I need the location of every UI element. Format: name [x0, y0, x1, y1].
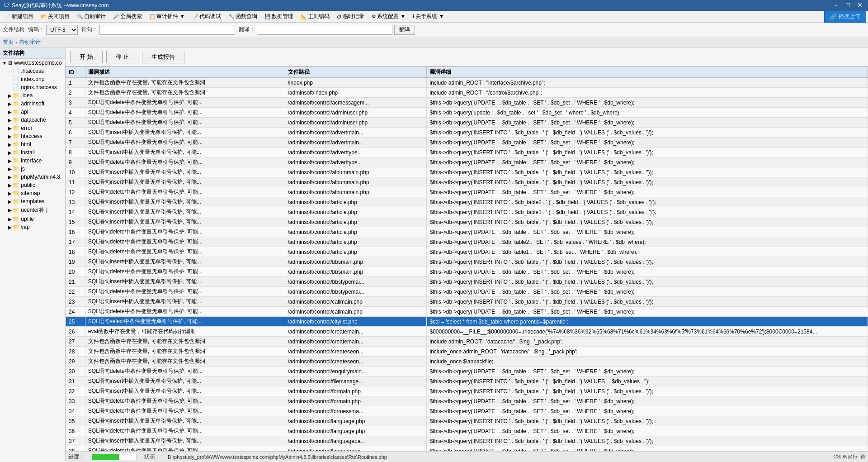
tree-expander-9: ▶ — [7, 134, 13, 139]
upload-button[interactable]: 🔗 摇摆上传 — [824, 11, 866, 23]
table-row[interactable]: 13 SQL语句insert中插入变量无单引号保护, 可能... /admins… — [66, 197, 868, 207]
stop-button[interactable]: 停 止 — [106, 51, 139, 63]
translate-button[interactable]: 翻译 — [394, 25, 415, 35]
table-row[interactable]: 2 文件包含函数中存在变量, 可能存在文件包含漏洞 /adminsoft/ind… — [66, 88, 868, 98]
menu-system-config[interactable]: ⚙ 系统配置 ▼ — [369, 12, 408, 21]
tree-expander-18: ▶ — [7, 208, 13, 213]
tree-item-2[interactable]: 📄 index.php — [0, 75, 65, 83]
table-row[interactable]: 4 SQL语句delete中条件变量无单引号保护, 可能... /adminso… — [66, 108, 868, 118]
report-button[interactable]: 生成报告 — [142, 51, 184, 63]
table-row[interactable]: 12 SQL语句delete中条件变量无单引号保护, 可能... /admins… — [66, 187, 868, 197]
menu-regex[interactable]: 📐 正则编码 — [298, 12, 332, 21]
table-row[interactable]: 5 SQL语句delete中条件变量无单引号保护, 可能... /adminso… — [66, 118, 868, 128]
table-row[interactable]: 11 SQL语句insert中插入变量无单引号保护, 可能... /admins… — [66, 177, 868, 187]
table-row[interactable]: 25 SQL语句select中条件变量无单引号保护, 可能... /admins… — [66, 317, 868, 327]
table-row[interactable]: 29 文件包含函数中存在变量, 可能存在文件包含漏洞 /adminsoft/co… — [66, 357, 868, 367]
tree-icon-11: 📁 — [13, 149, 19, 156]
tree-item-6[interactable]: ▶📁 api — [0, 108, 65, 116]
menu-function-query[interactable]: 🔧 函数查询 — [226, 12, 260, 21]
tree-item-14[interactable]: ▶📁 phpMyAdmin4.8. — [0, 173, 65, 181]
table-row[interactable]: 3 SQL语句delete中条件变量无单引号保护, 可能... /adminso… — [66, 98, 868, 108]
minimize-button[interactable]: － — [831, 1, 841, 10]
menu-data-manage[interactable]: 💾 数据管理 — [262, 12, 296, 21]
keyword-input[interactable] — [99, 25, 235, 35]
table-row[interactable]: 15 SQL语句insert中插入变量无单引号保护, 可能... /admins… — [66, 217, 868, 227]
breadcrumb-auto-audit[interactable]: 自动审计 — [19, 38, 41, 46]
close-button[interactable]: ✕ — [855, 1, 864, 10]
translation-input[interactable] — [257, 25, 392, 35]
menu-about[interactable]: ℹ 关于系统 ▼ — [410, 12, 447, 21]
table-row[interactable]: 1 文件包含函数中存在变量, 可能存在文件包含漏洞 /index.php inc… — [66, 78, 868, 88]
table-row[interactable]: 36 SQL语句delete中条件变量无单引号保护, 可能... /admins… — [66, 426, 868, 436]
tree-item-16[interactable]: ▶📁 sitemap — [0, 189, 65, 197]
cell-detail: $this->db->query('INSERT INTO ' . $db_ta… — [427, 167, 868, 177]
tree-label-9: htaccess — [21, 133, 42, 139]
maximize-button[interactable]: □ — [844, 1, 852, 10]
tree-item-1[interactable]: 📄 .htaccess — [0, 67, 65, 75]
cell-desc: SQL语句delete中条件变量无单引号保护, 可能... — [85, 227, 285, 237]
tree-item-4[interactable]: ▶📁 .idea — [0, 91, 65, 100]
table-row[interactable]: 24 SQL语句delete中条件变量无单引号保护, 可能... /admins… — [66, 307, 868, 317]
tree-item-11[interactable]: ▶📁 install — [0, 148, 65, 157]
table-row[interactable]: 27 文件包含函数中存在变量, 可能存在文件包含漏洞 /adminsoft/co… — [66, 337, 868, 347]
tree-item-19[interactable]: ▶📁 upfile — [0, 215, 65, 223]
table-row[interactable]: 38 SQL语句delete中条件变量无单引号保护, 可能... /admins… — [66, 446, 868, 452]
cell-desc: SQL语句insert中插入变量无单引号保护, 可能... — [85, 217, 285, 227]
table-row[interactable]: 32 SQL语句insert中插入变量无单引号保护, 可能... /admins… — [66, 386, 868, 396]
table-row[interactable]: 26 eval函数中存在变量，可能存在代码执行漏洞 /adminsoft/con… — [66, 327, 868, 337]
tree-item-15[interactable]: ▶📁 public — [0, 181, 65, 189]
table-row[interactable]: 8 SQL语句insert中插入变量无单引号保护, 可能... /adminso… — [66, 148, 868, 157]
cell-path: /adminsoft/control/callmain.php — [285, 297, 427, 307]
tree-item-13[interactable]: ▶📁 js — [0, 165, 65, 173]
cell-desc: SQL语句delete中条件变量无单引号保护, 可能... — [85, 118, 285, 128]
tree-item-0[interactable]: ▼🖥 www.testespcms.co — [0, 59, 65, 67]
table-row[interactable]: 35 SQL语句insert中插入变量无单引号保护, 可能... /admins… — [66, 416, 868, 426]
table-row[interactable]: 20 SQL语句delete中条件变量无单引号保护, 可能... /admins… — [66, 267, 868, 277]
tree-item-3[interactable]: 📄 nginx.htaccess — [0, 83, 65, 91]
tree-item-7[interactable]: ▶📁 datacache — [0, 116, 65, 124]
cell-path: /adminsoft/control/createmain... — [285, 327, 427, 337]
menu-temp-record[interactable]: ⏱ 临时记录 — [334, 12, 367, 21]
table-row[interactable]: 34 SQL语句delete中条件变量无单引号保护, 可能... /admins… — [66, 406, 868, 416]
cell-desc: SQL语句delete中条件变量无单引号保护, 可能... — [85, 187, 285, 197]
table-row[interactable]: 33 SQL语句delete中条件变量无单引号保护, 可能... /admins… — [66, 396, 868, 406]
tree-item-17[interactable]: ▶📁 templates — [0, 197, 65, 205]
menu-regex-label: 正则编码 — [308, 13, 330, 20]
table-row[interactable]: 9 SQL语句delete中条件变量无单引号保护, 可能... /adminso… — [66, 157, 868, 167]
menu-global-search[interactable]: 🔎 全局搜索 — [110, 12, 145, 21]
title-bar-left: 🛡 Seay源代码审计系统 --www.cnseay.com — [4, 2, 108, 10]
menu-new-project[interactable]: 📄 新建项目 — [2, 12, 36, 21]
tree-item-20[interactable]: ▶📁 vap — [0, 223, 65, 231]
table-row[interactable]: 7 SQL语句delete中条件变量无单引号保护, 可能... /adminso… — [66, 138, 868, 148]
tree-item-5[interactable]: ▶📁 adminsoft — [0, 100, 65, 108]
table-row[interactable]: 23 SQL语句insert中插入变量无单引号保护, 可能... /admins… — [66, 297, 868, 307]
table-row[interactable]: 31 SQL语句insert中插入变量无单引号保护, 可能... /admins… — [66, 376, 868, 386]
table-row[interactable]: 28 文件包含函数中存在变量, 可能存在文件包含漏洞 /adminsoft/co… — [66, 347, 868, 357]
tree-item-18[interactable]: ▶📁 ucenter补丁 — [0, 205, 65, 215]
start-button[interactable]: 开 始 — [70, 51, 103, 63]
tree-item-8[interactable]: ▶📁 error — [0, 124, 65, 132]
table-row[interactable]: 19 SQL语句insert中插入变量无单引号保护, 可能... /admins… — [66, 257, 868, 267]
cell-detail: $this->db->query('UPDATE ' . $db_table .… — [427, 307, 868, 317]
table-row[interactable]: 21 SQL语句insert中插入变量无单引号保护, 可能... /admins… — [66, 277, 868, 287]
encoding-select[interactable]: UTF-8 GBK GB2312 — [46, 25, 78, 35]
tree-item-10[interactable]: ▶📁 html — [0, 140, 65, 148]
tree-item-9[interactable]: ▶📁 htaccess — [0, 132, 65, 140]
table-row[interactable]: 37 SQL语句insert中插入变量无单引号保护, 可能... /admins… — [66, 436, 868, 446]
table-row[interactable]: 17 SQL语句delete中条件变量无单引号保护, 可能... /admins… — [66, 237, 868, 247]
col-id: ID — [66, 67, 85, 78]
table-row[interactable]: 18 SQL语句delete中条件变量无单引号保护, 可能... /admins… — [66, 247, 868, 257]
menu-audit-plugin[interactable]: 📋 审计插件 ▼ — [146, 12, 188, 21]
table-row[interactable]: 22 SQL语句delete中条件变量无单引号保护, 可能... /admins… — [66, 287, 868, 297]
table-row[interactable]: 6 SQL语句insert中插入变量无单引号保护, 可能... /adminso… — [66, 128, 868, 138]
table-row[interactable]: 30 SQL语句delete中条件变量无单引号保护, 可能... /admins… — [66, 367, 868, 376]
tree-item-12[interactable]: ▶📁 interface — [0, 157, 65, 165]
table-row[interactable]: 16 SQL语句delete中条件变量无单引号保护, 可能... /admins… — [66, 227, 868, 237]
table-row[interactable]: 10 SQL语句insert中插入变量无单引号保护, 可能... /admins… — [66, 167, 868, 177]
tree-icon-9: 📁 — [13, 133, 19, 139]
menu-code-debug[interactable]: 📝 代码调试 — [189, 12, 224, 21]
breadcrumb-home[interactable]: 首页 — [3, 38, 14, 46]
table-row[interactable]: 14 SQL语句insert中插入变量无单引号保护, 可能... /admins… — [66, 207, 868, 217]
menu-close-project[interactable]: 📂 关闭项目 — [38, 12, 72, 21]
menu-auto-audit[interactable]: 🔍 自动审计 — [74, 12, 108, 21]
